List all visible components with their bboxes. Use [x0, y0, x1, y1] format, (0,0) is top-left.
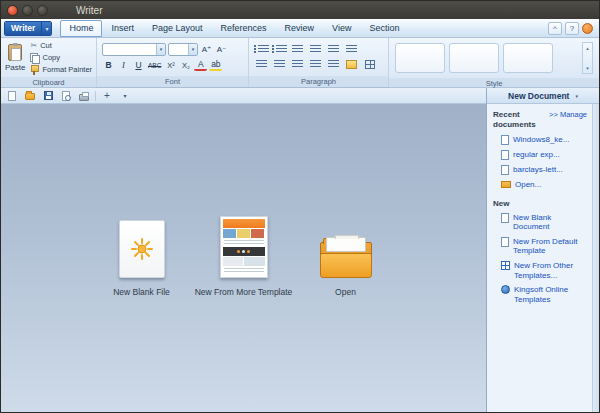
- print-button[interactable]: [77, 89, 91, 102]
- new-from-template-item[interactable]: New From More Template: [198, 212, 290, 297]
- increase-indent-button[interactable]: [308, 44, 323, 56]
- account-icon[interactable]: [582, 23, 593, 34]
- chevron-down-icon[interactable]: ▾: [188, 44, 197, 55]
- printer-icon: [79, 94, 89, 101]
- tab-review[interactable]: Review: [276, 20, 324, 37]
- task-pane: New Document ▾ Recent documents >> Manag…: [486, 88, 599, 412]
- new-file-icon: [8, 91, 16, 101]
- recent-doc-label: barclays-lett...: [513, 165, 563, 175]
- numbering-button[interactable]: [272, 44, 287, 56]
- paragraph-mark-icon: [346, 45, 357, 54]
- customize-toolbar-button[interactable]: ▾: [118, 89, 132, 102]
- quick-access-toolbar: + ▾: [1, 88, 486, 104]
- new-file-button[interactable]: [5, 89, 19, 102]
- decrease-indent-button[interactable]: [290, 44, 305, 56]
- bullets-button[interactable]: [254, 44, 269, 56]
- sort-button[interactable]: [326, 44, 341, 56]
- maximize-window-icon[interactable]: [37, 5, 48, 16]
- tab-home[interactable]: Home: [60, 20, 102, 37]
- copy-label: Copy: [42, 53, 60, 62]
- tab-references[interactable]: References: [212, 20, 276, 37]
- open-more-item[interactable]: Open...: [501, 180, 589, 190]
- new-blank-document-item[interactable]: New Blank Document: [501, 213, 589, 232]
- increase-indent-icon: [310, 45, 321, 54]
- kingsoft-online-templates-item[interactable]: Kingsoft Online Templates: [501, 285, 589, 304]
- writer-window: Writer Writer ▾ Home Insert Page Layout …: [0, 0, 600, 413]
- close-window-icon[interactable]: [7, 5, 18, 16]
- tab-page-layout[interactable]: Page Layout: [143, 20, 212, 37]
- scroll-up-icon[interactable]: ▴: [586, 45, 589, 51]
- template-thumbnail-icon: [220, 216, 268, 278]
- menu-bar: Writer ▾ Home Insert Page Layout Referen…: [1, 19, 599, 38]
- italic-button[interactable]: I: [117, 59, 130, 72]
- title-bar: Writer: [1, 1, 599, 19]
- collapse-ribbon-icon[interactable]: ^: [548, 22, 562, 35]
- cut-button[interactable]: ✂ Cut: [28, 40, 94, 51]
- task-pane-scrollbar[interactable]: [592, 104, 599, 412]
- grow-font-button[interactable]: A⁺: [200, 43, 213, 56]
- superscript-button[interactable]: X²: [164, 59, 177, 72]
- save-icon: [44, 91, 53, 100]
- style-preview-item[interactable]: [503, 43, 553, 73]
- font-group: ▾ ▾ A⁺ A⁻ B I U ABC X² X₂ A: [97, 38, 249, 87]
- paste-button[interactable]: Paste: [5, 40, 25, 75]
- style-preview-item[interactable]: [395, 43, 445, 73]
- format-painter-button[interactable]: Format Painter: [28, 64, 94, 75]
- add-quick-command-button[interactable]: +: [100, 89, 114, 102]
- new-blank-file-item[interactable]: New Blank File: [96, 212, 188, 297]
- new-from-default-template-item[interactable]: New From Default Template: [501, 237, 589, 256]
- launcher-item-label: New Blank File: [113, 287, 170, 297]
- ribbon: Paste ✂ Cut Copy Format Painter: [1, 38, 599, 88]
- show-marks-button[interactable]: [344, 44, 359, 56]
- font-name-select[interactable]: ▾: [102, 43, 166, 56]
- paragraph-group-label: Paragraph: [249, 76, 388, 87]
- justify-button[interactable]: [308, 59, 323, 71]
- manage-recent-link[interactable]: >> Manage: [549, 110, 589, 119]
- print-preview-button[interactable]: [59, 89, 73, 102]
- align-left-button[interactable]: [254, 59, 269, 71]
- recent-doc-label: regular exp...: [513, 150, 560, 160]
- font-color-button[interactable]: A: [194, 59, 207, 71]
- copy-icon: [30, 53, 39, 63]
- help-icon[interactable]: ?: [565, 22, 579, 35]
- numbering-icon: [276, 45, 287, 54]
- style-gallery-scrollbar[interactable]: ▴ ▾: [582, 42, 593, 74]
- open-file-item[interactable]: Open: [300, 212, 392, 297]
- align-center-button[interactable]: [272, 59, 287, 71]
- line-spacing-button[interactable]: [326, 59, 341, 71]
- minimize-window-icon[interactable]: [22, 5, 33, 16]
- shading-button[interactable]: [344, 59, 359, 71]
- open-file-button[interactable]: [23, 89, 37, 102]
- shrink-font-button[interactable]: A⁻: [215, 43, 228, 56]
- subscript-button[interactable]: X₂: [179, 59, 192, 72]
- sun-logo-icon: [130, 237, 154, 261]
- font-size-select[interactable]: ▾: [168, 43, 198, 56]
- underline-button[interactable]: U: [132, 59, 145, 72]
- strikethrough-button[interactable]: ABC: [147, 59, 162, 72]
- task-pane-header[interactable]: New Document ▾: [487, 88, 599, 104]
- writer-app-button[interactable]: Writer ▾: [4, 21, 52, 36]
- templates-grid-icon: [501, 261, 510, 270]
- copy-button[interactable]: Copy: [28, 52, 94, 63]
- bold-button[interactable]: B: [102, 59, 115, 72]
- recent-doc-item[interactable]: barclays-lett...: [501, 165, 589, 175]
- recent-doc-item[interactable]: regular exp...: [501, 150, 589, 160]
- save-button[interactable]: [41, 89, 55, 102]
- new-from-other-templates-item[interactable]: New From Other Templates...: [501, 261, 589, 280]
- borders-button[interactable]: [362, 59, 377, 71]
- chevron-down-icon[interactable]: ▾: [156, 44, 165, 55]
- style-preview-item[interactable]: [449, 43, 499, 73]
- scroll-down-icon[interactable]: ▾: [586, 65, 589, 71]
- document-icon: [501, 150, 509, 160]
- new-item-label: Kingsoft Online Templates: [514, 285, 589, 304]
- chevron-down-icon[interactable]: ▾: [575, 93, 578, 99]
- align-right-button[interactable]: [290, 59, 305, 71]
- tab-insert[interactable]: Insert: [102, 20, 143, 37]
- tab-view[interactable]: View: [323, 20, 360, 37]
- document-icon: [501, 213, 509, 223]
- recent-doc-item[interactable]: Windows8_ke...: [501, 135, 589, 145]
- tab-section[interactable]: Section: [360, 20, 408, 37]
- highlight-color-button[interactable]: ab: [209, 59, 222, 71]
- document-icon: [501, 135, 509, 145]
- chevron-down-icon[interactable]: ▾: [41, 22, 51, 35]
